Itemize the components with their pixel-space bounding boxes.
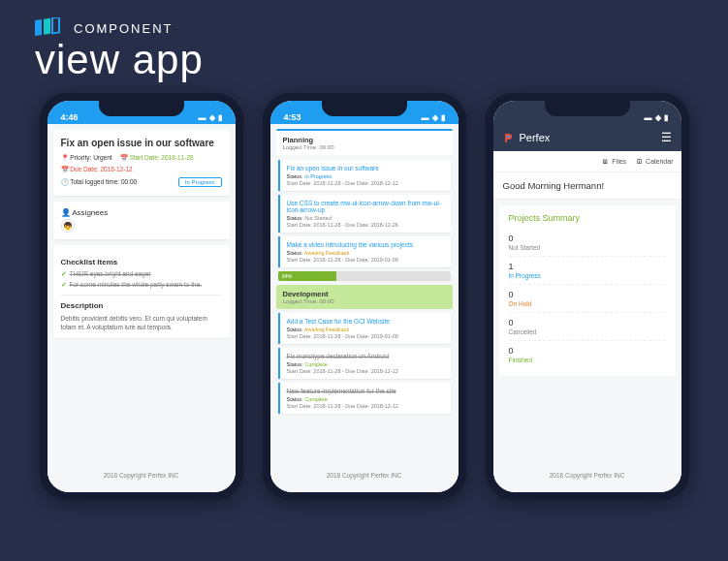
summary-item[interactable]: 0On Hold xyxy=(509,285,666,313)
task-card: Fix an open issue in our software 📍 Prio… xyxy=(53,130,230,196)
check-icon: ✓ xyxy=(61,270,67,278)
status-badge[interactable]: In Progress xyxy=(178,177,222,187)
wifi-icon: ◈ xyxy=(209,113,215,122)
summary-title: Projects Summary xyxy=(509,213,666,223)
wifi-icon: ◈ xyxy=(432,113,438,122)
signal-icon: ▬ xyxy=(645,113,652,122)
brand-logo-icon xyxy=(35,17,64,39)
phone-1: 4:46 ▬ ◈ ▮ Fix an open issue in our soft… xyxy=(40,93,243,500)
brand-text: COMPONENT xyxy=(74,21,174,36)
footer-text: 2018 Copyright Perfex INC xyxy=(47,466,236,484)
svg-rect-1 xyxy=(44,18,50,35)
checklist-text: For some minutes the whole party swam to… xyxy=(70,281,203,289)
phone-2: 4:53 ▬ ◈ ▮ Planning Logged Time: 00:00 F… xyxy=(263,93,466,500)
task-item-title: Make a video introducing the various pro… xyxy=(287,241,444,248)
checklist-item[interactable]: ✓For some minutes the whole party swam t… xyxy=(61,281,222,289)
assignees-card: 👤 Assignees 👦 xyxy=(53,202,230,239)
summary-item[interactable]: 0Cancelled xyxy=(509,313,666,341)
task-item-title: Fix an open issue in our software xyxy=(287,165,444,171)
stage-development[interactable]: Development Logged Time: 00:00 xyxy=(276,285,453,309)
page-header: COMPONENT view app xyxy=(0,0,728,83)
battery-icon: ▮ xyxy=(664,113,668,122)
summary-card: Projects Summary 0Not Started1In Progres… xyxy=(499,205,676,376)
status-icons: ▬ ◈ ▮ xyxy=(422,113,445,122)
stage-planning[interactable]: Planning Logged Time: 00:00 xyxy=(276,129,453,155)
summary-count: 0 xyxy=(509,290,666,299)
status-icons: ▬ ◈ ▮ xyxy=(199,113,222,122)
phone-notch xyxy=(322,101,407,116)
checklist-text: THEIR eyes bright and eager xyxy=(70,270,151,278)
due-date: 📅 Due Date: 2018-12-12 xyxy=(61,166,222,173)
footer-text: 2018 Copyright Perfex INC xyxy=(270,466,459,484)
hamburger-icon[interactable]: ☰ xyxy=(661,131,672,144)
progress-bar: 34% xyxy=(278,271,451,281)
task-item[interactable]: New feature implementation for the siteS… xyxy=(278,383,451,414)
summary-item[interactable]: 1In Progress xyxy=(509,257,666,285)
task-item-status: Status: Awaiting Feedback xyxy=(287,327,444,332)
task-item[interactable]: Fix monotype declaration on AndroidStatu… xyxy=(278,348,451,379)
task-item-title: New feature implementation for the site xyxy=(287,388,444,394)
summary-item[interactable]: 0Not Started xyxy=(509,229,666,257)
summary-label: On Hold xyxy=(509,300,666,307)
task-item[interactable]: Fix an open issue in our softwareStatus:… xyxy=(278,160,451,191)
svg-rect-0 xyxy=(35,19,42,36)
priority-label: 📍 Priority: Urgent xyxy=(61,154,112,162)
progress-fill: 34% xyxy=(278,271,337,281)
task-item-dates: Start Date: 2018-11-28 - Due Date: 2018-… xyxy=(287,222,444,228)
footer-text: 2018 Copyright Perfex INC xyxy=(493,466,681,484)
start-date: 📅 Start Date: 2018-11-28 xyxy=(120,154,194,162)
wifi-icon: ◈ xyxy=(655,113,661,122)
assignees-title: 👤 Assignees xyxy=(61,208,222,217)
assignee-avatar[interactable]: 👦 xyxy=(61,219,75,233)
stage-name: Planning xyxy=(283,136,446,144)
phone-notch xyxy=(545,101,630,116)
task-item-title: Use CSS to create mw-ui-icon-arrow-down … xyxy=(287,200,444,213)
task-item[interactable]: Make a video introducing the various pro… xyxy=(278,236,451,267)
task-item-status: Status: Awaiting Feedback xyxy=(287,250,444,256)
stage-logged: Logged Time: 00:00 xyxy=(283,298,446,304)
description-text: Debitis provident debitis vero. Et cum q… xyxy=(61,314,222,331)
task-item-dates: Start Date: 2018-11-28 - Due Date: 2019-… xyxy=(287,333,444,339)
app-logo[interactable]: Perfex xyxy=(503,132,551,143)
task-item[interactable]: Use CSS to create mw-ui-icon-arrow-down … xyxy=(278,195,451,233)
task-title: Fix an open issue in our software xyxy=(61,137,222,149)
divider xyxy=(61,295,222,296)
phone-3: ▬ ◈ ▮ Perfex ☰ 🗎 Files xyxy=(486,93,689,500)
stage-name: Development xyxy=(283,290,446,298)
checklist-item[interactable]: ✓THEIR eyes bright and eager xyxy=(61,270,222,278)
task-item-status: Status: In Progress xyxy=(287,173,444,179)
description-title: Description xyxy=(61,301,222,310)
app-name: Perfex xyxy=(520,132,551,143)
task-item-dates: Start Date: 2018-11-28 - Due Date: 2018-… xyxy=(287,180,444,186)
checklist-title: Checklist Items xyxy=(61,258,222,266)
task-item[interactable]: Add a Test Case for the GCI WebsiteStatu… xyxy=(278,313,451,344)
clock: 4:53 xyxy=(284,112,301,122)
signal-icon: ▬ xyxy=(422,113,429,122)
calendar-icon: 🗓 xyxy=(636,158,643,165)
summary-label: In Progress xyxy=(509,272,666,279)
calendar-button[interactable]: 🗓 Calendar xyxy=(636,158,673,165)
greeting: Good Morning Hermann! xyxy=(493,172,681,200)
files-button[interactable]: 🗎 Files xyxy=(602,158,626,165)
signal-icon: ▬ xyxy=(199,113,206,122)
task-item-title: Fix monotype declaration on Android xyxy=(287,353,444,359)
task-item-status: Status: Not Started xyxy=(287,215,444,221)
page-title: view app xyxy=(35,37,693,83)
battery-icon: ▮ xyxy=(218,113,222,122)
summary-item[interactable]: 0Finished xyxy=(509,341,666,368)
logged-time: 🕐 Total logged time: 00:00 xyxy=(61,178,138,186)
checklist-card: Checklist Items ✓THEIR eyes bright and e… xyxy=(53,245,230,338)
task-item-title: Add a Test Case for the GCI Website xyxy=(287,318,444,325)
phone-notch xyxy=(99,101,184,116)
file-icon: 🗎 xyxy=(602,158,609,165)
summary-count: 1 xyxy=(509,262,666,271)
summary-label: Cancelled xyxy=(509,328,666,335)
stage-logged: Logged Time: 00:00 xyxy=(283,144,446,150)
status-icons: ▬ ◈ ▮ xyxy=(645,113,668,122)
phones-row: 4:46 ▬ ◈ ▮ Fix an open issue in our soft… xyxy=(0,83,728,510)
summary-count: 0 xyxy=(509,234,666,243)
task-item-status: Status: Complete xyxy=(287,396,444,402)
task-item-dates: Start Date: 2018-11-28 - Due Date: 2018-… xyxy=(287,368,444,374)
task-item-dates: Start Date: 2018-11-28 - Due Date: 2018-… xyxy=(287,403,444,409)
task-item-status: Status: Complete xyxy=(287,361,444,367)
